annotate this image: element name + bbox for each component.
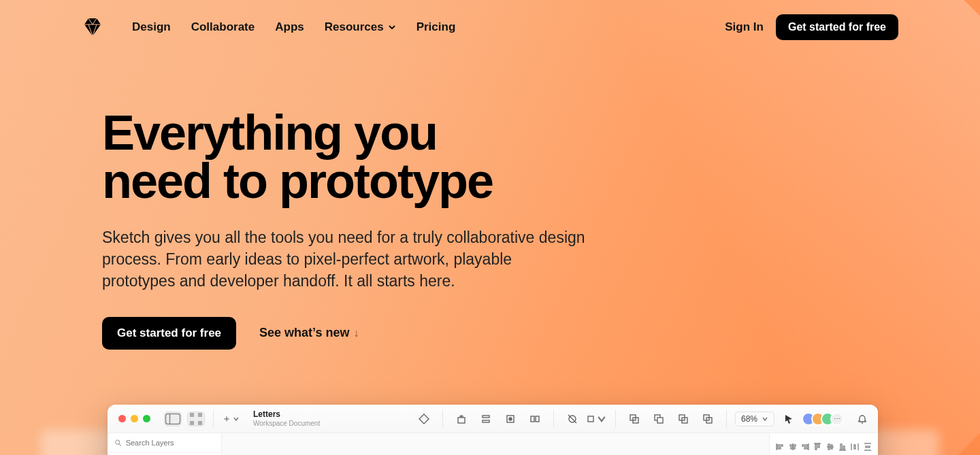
- chevron-down-icon: [388, 23, 396, 31]
- sketch-app-window: ＋ Letters Workspace Document: [108, 405, 878, 455]
- svg-rect-39: [802, 445, 808, 446]
- transform-icon[interactable]: [525, 410, 545, 428]
- distribute-v-icon[interactable]: [862, 441, 873, 452]
- top-nav: Design Collaborate Apps Resources Pricin…: [0, 0, 980, 54]
- symbol-icon[interactable]: [414, 410, 434, 428]
- align-center-v-icon[interactable]: [825, 441, 836, 452]
- collaborator-avatars[interactable]: ⋯: [806, 412, 844, 426]
- cursor-icon[interactable]: [779, 410, 799, 428]
- svg-rect-43: [818, 444, 819, 448]
- nav-link-label: Resources: [325, 20, 384, 34]
- mask-chevron-icon: [596, 414, 607, 424]
- nav-link-design[interactable]: Design: [132, 20, 171, 34]
- align-right-icon[interactable]: [800, 441, 811, 452]
- svg-rect-4: [198, 413, 202, 417]
- more-collaborators-icon[interactable]: ⋯: [830, 412, 844, 426]
- svg-rect-34: [777, 448, 781, 449]
- arrow-down-icon: ↓: [353, 327, 359, 339]
- svg-rect-33: [777, 445, 783, 446]
- document-subtitle: Workspace Document: [253, 420, 320, 427]
- nav-link-collaborate[interactable]: Collaborate: [191, 20, 255, 34]
- svg-rect-11: [483, 416, 489, 418]
- svg-rect-16: [536, 416, 539, 422]
- sketch-logo[interactable]: [82, 17, 103, 37]
- canvas[interactable]: [222, 433, 769, 455]
- layers-search-input[interactable]: [126, 439, 214, 447]
- svg-marker-28: [785, 415, 792, 424]
- bell-icon[interactable]: [852, 410, 872, 428]
- mask-icon[interactable]: [587, 410, 607, 428]
- svg-rect-40: [804, 448, 808, 449]
- window-minimize-icon[interactable]: [131, 415, 138, 422]
- svg-line-18: [568, 415, 576, 423]
- nav-link-resources[interactable]: Resources: [325, 20, 396, 34]
- edit-icon[interactable]: [500, 410, 521, 428]
- svg-rect-52: [854, 445, 855, 449]
- nav-link-apps[interactable]: Apps: [275, 20, 304, 34]
- svg-marker-7: [419, 414, 429, 424]
- grid-view-icon[interactable]: [187, 411, 205, 426]
- layers-panel: [108, 433, 222, 455]
- see-whats-new-link[interactable]: See what’s new ↓: [259, 326, 359, 340]
- styles-icon[interactable]: [476, 410, 496, 428]
- svg-point-30: [116, 440, 120, 444]
- svg-rect-48: [840, 444, 842, 450]
- window-zoom-icon[interactable]: [143, 415, 150, 422]
- app-toolbar: ＋ Letters Workspace Document: [108, 405, 878, 433]
- svg-rect-6: [198, 421, 202, 425]
- rotate-icon[interactable]: [562, 410, 583, 428]
- svg-rect-1: [166, 414, 180, 424]
- difference-icon[interactable]: [698, 410, 718, 428]
- document-title: Letters Workspace Document: [246, 410, 327, 426]
- svg-rect-49: [843, 446, 845, 450]
- hero: Everything you need to prototype Sketch …: [102, 109, 619, 350]
- hero-title-line1: Everything you: [102, 105, 437, 160]
- zoom-chevron-icon: [762, 416, 768, 422]
- create-symbol-icon[interactable]: [451, 410, 472, 428]
- zoom-value: 68%: [741, 414, 757, 424]
- window-close-icon[interactable]: [118, 415, 126, 422]
- svg-rect-3: [190, 413, 194, 417]
- align-top-icon[interactable]: [812, 441, 823, 452]
- align-bottom-icon[interactable]: [837, 441, 848, 452]
- search-icon: [114, 439, 122, 447]
- plus-icon: ＋: [222, 413, 231, 425]
- zoom-dropdown[interactable]: 68%: [735, 411, 774, 426]
- get-started-button[interactable]: Get started for free: [776, 14, 898, 40]
- union-icon[interactable]: [624, 410, 644, 428]
- svg-marker-0: [84, 18, 101, 36]
- intersect-icon[interactable]: [673, 410, 693, 428]
- svg-rect-19: [588, 416, 593, 422]
- sign-in-link[interactable]: Sign In: [725, 20, 764, 34]
- insert-chevron-icon: [233, 416, 240, 422]
- svg-rect-8: [458, 418, 465, 423]
- svg-rect-42: [815, 444, 817, 450]
- svg-rect-12: [483, 420, 489, 422]
- hero-get-started-button[interactable]: Get started for free: [102, 317, 236, 350]
- svg-rect-15: [531, 416, 534, 422]
- align-center-h-icon[interactable]: [787, 441, 798, 452]
- inspector-align-row: [769, 433, 878, 455]
- whatsnew-label: See what’s new: [259, 326, 349, 340]
- svg-rect-23: [657, 418, 663, 423]
- insert-button[interactable]: ＋: [218, 413, 244, 425]
- subtract-icon[interactable]: [649, 410, 669, 428]
- svg-rect-5: [190, 421, 194, 425]
- window-traffic-lights: [108, 415, 160, 422]
- hero-title-line2: need to prototype: [102, 154, 493, 208]
- svg-rect-55: [866, 446, 870, 448]
- align-left-icon[interactable]: [774, 441, 785, 452]
- svg-line-31: [119, 443, 121, 445]
- nav-link-pricing[interactable]: Pricing: [416, 20, 456, 34]
- document-name: Letters: [253, 410, 320, 419]
- svg-point-14: [509, 418, 512, 420]
- hero-subtitle: Sketch gives you all the tools you need …: [102, 226, 585, 292]
- distribute-h-icon[interactable]: [849, 441, 860, 452]
- layers-search[interactable]: [108, 433, 221, 452]
- hero-title: Everything you need to prototype: [102, 109, 619, 205]
- sidebar-toggle-icon[interactable]: [164, 411, 182, 426]
